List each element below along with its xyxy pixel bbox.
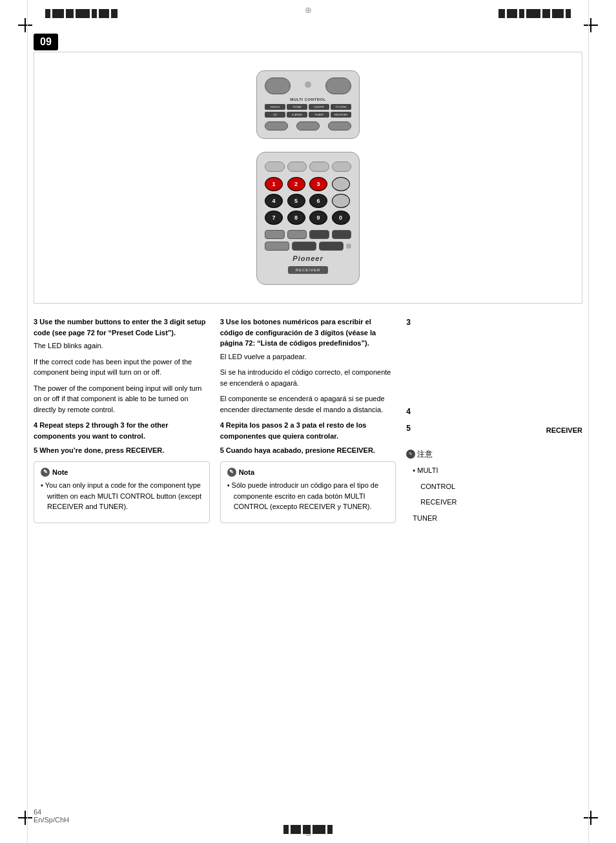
col3-tuner: TUNER (413, 513, 582, 524)
rc-btn-cd: CD/DVR (309, 104, 329, 110)
num-btn-8: 8 (287, 211, 305, 225)
reg-mark-top-left (18, 18, 32, 32)
remote-image-area: MULTI CONTROL DVD/LD TV/SAT CD/DVR TV CO… (34, 52, 582, 304)
footer-lang: En/Sp/ChH (34, 816, 69, 824)
remote-wrapper: MULTI CONTROL DVD/LD TV/SAT CD/DVR TV CO… (256, 70, 360, 285)
remote-bottom-ovals (265, 161, 351, 172)
deco-sq (76, 9, 90, 18)
reg-mark-bottom-right (584, 811, 598, 825)
reg-mark-bottom-left (18, 811, 32, 825)
col3-step4-num: 4 (406, 406, 582, 417)
deco-sq (66, 9, 74, 18)
rc-btn-tvcont: TV CONT (331, 104, 351, 110)
rect-btn-2 (287, 230, 307, 239)
col3-step3-num: 3 (406, 317, 582, 328)
num-btn-blank1 (332, 177, 350, 191)
col-chjp: 3 4 5 RECEIVER ✎ 注意 • MULTI CONTROL RECE… (406, 317, 582, 528)
num-btn-5: 5 (287, 194, 305, 208)
deco-sq (313, 825, 325, 834)
deco-sq (291, 825, 301, 834)
kanji-note-icon: ✎ (406, 450, 415, 459)
remote-top: MULTI CONTROL DVD/LD TV/SAT CD/DVR TV CO… (256, 70, 360, 139)
deco-sq (52, 9, 64, 18)
rc-btn-receiver: RECEIVER (331, 112, 351, 118)
col2-step4-heading: 4 Repita los pasos 2 a 3 pata el resto d… (220, 420, 396, 441)
col3-note-bullet: • MULTI (413, 465, 582, 476)
deco-sq (99, 9, 109, 18)
remote-oval-c (328, 121, 351, 130)
oval-btn-1 (265, 161, 285, 172)
main-content: MULTI CONTROL DVD/LD TV/SAT CD/DVR TV CO… (34, 34, 582, 809)
col3-step5-num: 5 (406, 422, 411, 434)
col2-note-bullet: • Sólo puede introducir un código para e… (234, 480, 389, 512)
note-icon-1: ✎ (41, 468, 50, 477)
deco-sq (111, 9, 118, 18)
deco-sq (92, 9, 97, 18)
col1-step3-para2: The power of the component being input w… (34, 383, 210, 415)
num-btn-0: 0 (332, 211, 350, 225)
deco-sq (552, 9, 564, 18)
oval-btn-2 (287, 161, 307, 172)
deco-blocks-bottom-center (283, 825, 333, 834)
left-margin-line (27, 0, 28, 843)
footer-page-num: 64 (34, 808, 41, 816)
num-btn-6: 6 (309, 194, 327, 208)
deco-sq (526, 9, 540, 18)
col3-receiver: RECEIVER (420, 497, 582, 508)
col1-step3-sub: The LED blinks again. (34, 340, 210, 351)
col2-step3-para: Si se ha introducido el código correcto,… (220, 367, 396, 388)
num-btn-9: 9 (309, 211, 327, 225)
reg-mark-top-right (584, 18, 598, 32)
num-btn-2: 2 (287, 177, 305, 191)
col-spanish: 3 Use los botones numéricos para escribi… (220, 317, 396, 528)
rect-btn-3 (309, 230, 329, 239)
rc-btn-dvd: DVD/LD (265, 104, 285, 110)
deco-sq (303, 825, 311, 834)
col3-kanji-note: 注意 (417, 448, 433, 460)
deco-sq (283, 825, 289, 834)
deco-sq (498, 9, 505, 18)
deco-sq (327, 825, 333, 834)
num-btn-4: 4 (265, 194, 283, 208)
num-btn-1: 1 (265, 177, 283, 191)
col2-note-box: ✎ Nota • Sólo puede introducir un código… (220, 461, 396, 523)
pioneer-brand-label: Pioneer (265, 255, 351, 262)
deco-sq (45, 9, 50, 18)
remote-bottom-row-1 (265, 242, 351, 251)
text-columns: 3 Use the number buttons to enter the 3 … (34, 317, 582, 528)
rc-btn-tuner: TUNER (309, 112, 329, 118)
rect-btn-6 (292, 242, 316, 251)
rect-btn-7 (319, 242, 344, 251)
num-btn-blank2 (332, 194, 350, 208)
deco-blocks-top-right (498, 9, 571, 18)
remote-oval-right (325, 78, 351, 94)
receiver-btn-label: RECEIVER (288, 266, 329, 274)
receiver-badge: RECEIVER (265, 266, 351, 274)
rect-btn-1 (265, 230, 285, 239)
num-btn-3: 3 (309, 177, 327, 191)
rc-btn-cdonly: CD (265, 112, 285, 118)
remote-bottom: 1 2 3 4 5 6 7 8 9 0 (256, 152, 360, 285)
col2-step3-para2: El componente se encenderá o apagará si … (220, 393, 396, 415)
deco-sq (566, 9, 571, 18)
col2-step3-sub: El LED vuelve a parpadear. (220, 351, 396, 362)
oval-btn-4 (332, 161, 352, 172)
note-icon-2: ✎ (227, 468, 236, 477)
deco-sq (507, 9, 517, 18)
remote-oval-a (265, 121, 288, 130)
col1-note-box: ✎ Note • You can only input a code for t… (34, 461, 210, 523)
rc-btn-datws: D-ATWS (287, 112, 307, 118)
remote-row2: CD D-ATWS TUNER RECEIVER (265, 112, 351, 118)
col1-step4-heading: 4 Repeat steps 2 through 3 for the other… (34, 420, 210, 441)
col2-note-title: ✎ Nota (227, 467, 389, 478)
col2-step5-heading: 5 Cuando haya acabado, presione RECEIVER… (220, 445, 396, 456)
col2-step3-heading: 3 Use los botones numéricos para escribi… (220, 317, 396, 349)
remote-top-bottom (265, 121, 351, 130)
remote-oval-left (265, 78, 291, 94)
col3-step5-receiver: RECEIVER (546, 425, 582, 436)
col3-control: CONTROL (420, 481, 582, 492)
footer: 64 En/Sp/ChH (34, 808, 69, 824)
deco-blocks-top-left (45, 9, 118, 18)
oval-btn-3 (309, 161, 329, 172)
rect-btn-5 (265, 242, 289, 251)
